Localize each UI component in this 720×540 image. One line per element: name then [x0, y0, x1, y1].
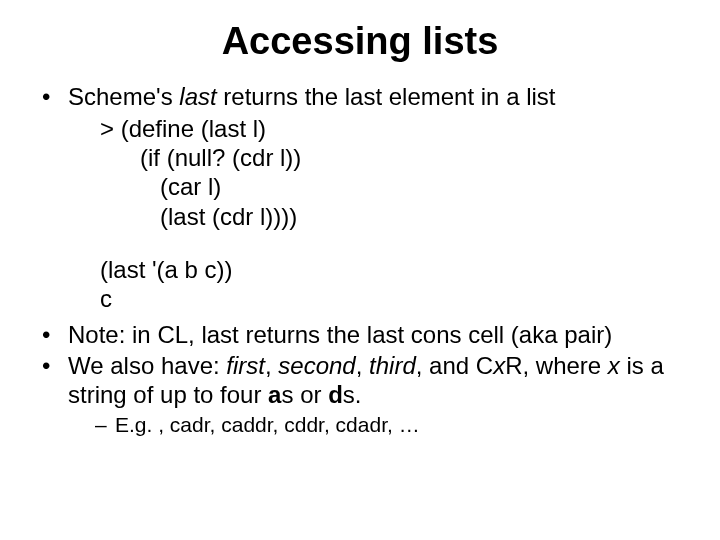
bullet-1: • Scheme's last returns the last element…: [40, 83, 680, 112]
code-line-5: (last '(a b c)): [100, 255, 680, 284]
b3-d1: d: [328, 381, 343, 408]
bullet-2: • Note: in CL, last returns the last con…: [40, 321, 680, 350]
b1-pre: Scheme's: [68, 83, 179, 110]
code-line-1: > (define (last l): [100, 114, 680, 143]
bullet-dot: •: [40, 83, 68, 112]
b3-x2: x: [608, 352, 620, 379]
bullet-2-text: Note: in CL, last returns the last cons …: [68, 321, 680, 350]
bullet-3-text: We also have: first, second, third, and …: [68, 352, 680, 410]
b3-g: s.: [343, 381, 362, 408]
b3-second: second: [278, 352, 355, 379]
bullet-3: • We also have: first, second, third, an…: [40, 352, 680, 410]
b3-d: R, where: [505, 352, 608, 379]
b3-f: s or: [281, 381, 328, 408]
bullet-1-text: Scheme's last returns the last element i…: [68, 83, 680, 112]
code-spacer: [100, 231, 680, 255]
b3-c3: , and C: [416, 352, 493, 379]
b1-ital: last: [179, 83, 216, 110]
slide-title: Accessing lists: [40, 20, 680, 63]
sub-bullet-1: – E.g. , cadr, caddr, cddr, cdadr, …: [40, 412, 680, 437]
code-block: > (define (last l) (if (null? (cdr l)) (…: [40, 114, 680, 314]
b3-first: first: [226, 352, 265, 379]
sub-text: E.g. , cadr, caddr, cddr, cdadr, …: [115, 412, 420, 437]
b3-a: We also have:: [68, 352, 226, 379]
code-line-3: (car l): [100, 172, 680, 201]
b3-a1: a: [268, 381, 281, 408]
slide-body: • Scheme's last returns the last element…: [40, 83, 680, 437]
bullet-dot: •: [40, 321, 68, 350]
bullet-dot: •: [40, 352, 68, 410]
sub-dash: –: [95, 412, 115, 437]
b3-c2: ,: [356, 352, 369, 379]
b1-post: returns the last element in a list: [217, 83, 556, 110]
b3-x: x: [493, 352, 505, 379]
code-line-6: c: [100, 284, 680, 313]
code-line-2: (if (null? (cdr l)): [100, 143, 680, 172]
b3-third: third: [369, 352, 416, 379]
code-line-4: (last (cdr l)))): [100, 202, 680, 231]
b3-c1: ,: [265, 352, 278, 379]
